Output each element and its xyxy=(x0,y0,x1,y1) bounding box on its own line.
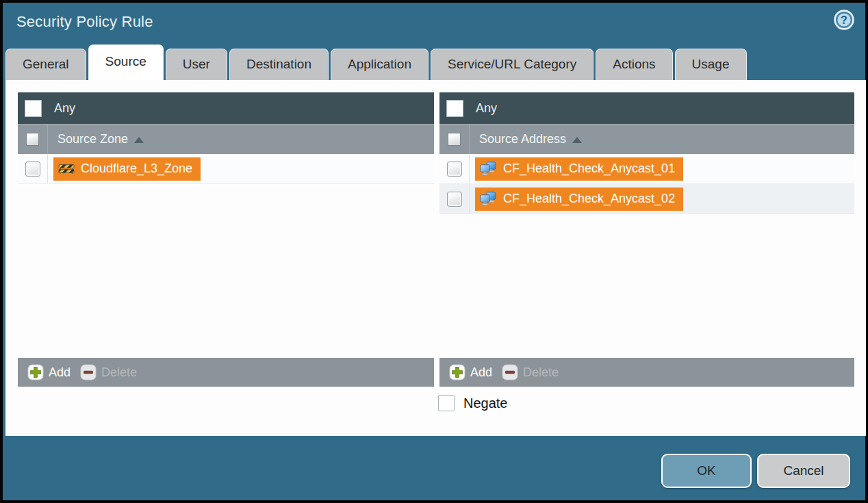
source-tab-content: Any Source Zone xyxy=(5,80,866,436)
delete-label: Delete xyxy=(101,365,137,380)
sort-ascending-icon xyxy=(572,137,582,143)
delete-button[interactable]: Delete xyxy=(502,364,559,381)
source-zone-any-label: Any xyxy=(54,101,75,116)
source-zone-footer: Add Delete xyxy=(18,358,434,387)
row-checkbox-cell xyxy=(18,154,48,183)
source-address-select-all-checkbox[interactable] xyxy=(448,133,461,146)
source-zone-panel: Any Source Zone xyxy=(18,92,434,387)
table-row[interactable]: CF_Health_Check_Anycast_01 xyxy=(439,154,854,184)
source-address-column-label: Source Address xyxy=(479,132,566,146)
tab-user[interactable]: User xyxy=(166,49,227,80)
add-label: Add xyxy=(49,365,71,380)
source-zone-column-label: Source Zone xyxy=(58,132,128,146)
tab-general[interactable]: General xyxy=(5,49,86,80)
minus-icon xyxy=(502,364,518,381)
address-icon xyxy=(480,192,497,206)
source-address-column-title[interactable]: Source Address xyxy=(479,132,582,146)
address-object-chip[interactable]: CF_Health_Check_Anycast_02 xyxy=(475,188,683,211)
minus-icon xyxy=(80,364,97,381)
delete-button[interactable]: Delete xyxy=(80,364,137,381)
source-address-footer: Add Delete xyxy=(439,358,854,387)
plus-icon xyxy=(449,364,465,381)
dialog-surface: Security Policy Rule ? General Source Us… xyxy=(3,3,865,500)
table-row[interactable]: Cloudflare_L3_Zone xyxy=(18,154,434,184)
tab-application[interactable]: Application xyxy=(331,49,429,80)
help-icon[interactable]: ? xyxy=(834,10,854,30)
plus-icon xyxy=(27,364,44,381)
cancel-button[interactable]: Cancel xyxy=(757,454,850,488)
tab-source[interactable]: Source xyxy=(88,44,164,80)
negate-checkbox[interactable] xyxy=(438,395,455,411)
address-object-label: CF_Health_Check_Anycast_02 xyxy=(503,192,675,206)
source-address-any-label: Any xyxy=(476,101,497,116)
source-zone-any-row: Any xyxy=(18,92,434,124)
row-checkbox[interactable] xyxy=(447,162,462,177)
zone-object-chip[interactable]: Cloudflare_L3_Zone xyxy=(53,157,201,181)
row-checkbox[interactable] xyxy=(25,162,40,177)
source-zone-select-all-checkbox[interactable] xyxy=(26,133,39,146)
tab-destination[interactable]: Destination xyxy=(229,49,329,80)
address-icon xyxy=(480,162,497,176)
tab-usage[interactable]: Usage xyxy=(675,49,747,80)
row-checkbox-cell xyxy=(439,154,470,183)
zone-icon xyxy=(58,163,75,175)
address-object-chip[interactable]: CF_Health_Check_Anycast_01 xyxy=(475,157,683,181)
zone-object-label: Cloudflare_L3_Zone xyxy=(81,162,192,176)
security-policy-rule-dialog: Security Policy Rule ? General Source Us… xyxy=(0,0,868,503)
tab-service-url-category[interactable]: Service/URL Category xyxy=(431,49,593,80)
add-label: Add xyxy=(470,365,492,380)
select-all-cell xyxy=(18,125,48,154)
delete-label: Delete xyxy=(523,365,559,380)
source-zone-column-title[interactable]: Source Zone xyxy=(58,132,144,146)
table-row[interactable]: CF_Health_Check_Anycast_02 xyxy=(439,184,854,214)
page-title: Security Policy Rule xyxy=(16,13,153,31)
source-address-any-checkbox[interactable] xyxy=(446,100,463,117)
add-button[interactable]: Add xyxy=(449,364,492,381)
sort-ascending-icon xyxy=(134,137,144,143)
address-object-label: CF_Health_Check_Anycast_01 xyxy=(503,162,675,176)
negate-label: Negate xyxy=(463,396,508,411)
row-checkbox-cell xyxy=(439,184,470,214)
source-zone-any-checkbox[interactable] xyxy=(25,100,42,117)
source-zone-column-header: Source Zone xyxy=(18,124,434,154)
ok-button[interactable]: OK xyxy=(661,454,752,488)
source-address-list: CF_Health_Check_Anycast_01 xyxy=(439,154,854,358)
add-button[interactable]: Add xyxy=(27,364,71,381)
row-checkbox[interactable] xyxy=(447,192,462,207)
source-zone-list: Cloudflare_L3_Zone xyxy=(18,154,434,358)
tab-bar: General Source User Destination Applicat… xyxy=(5,44,747,80)
select-all-cell xyxy=(439,125,470,154)
negate-control: Negate xyxy=(438,395,508,411)
source-address-any-row: Any xyxy=(439,92,854,124)
source-address-column-header: Source Address xyxy=(439,124,854,154)
svg-text:?: ? xyxy=(841,14,847,26)
source-address-panel: Any Source Address xyxy=(439,92,854,387)
tab-actions[interactable]: Actions xyxy=(596,49,672,80)
